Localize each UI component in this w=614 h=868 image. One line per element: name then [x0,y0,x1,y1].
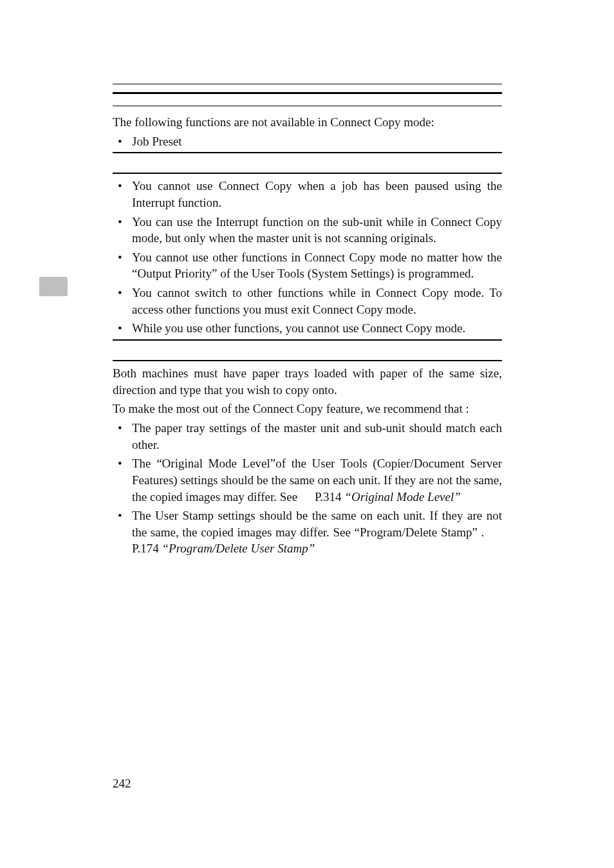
sidebar-tab [39,277,68,296]
page-ref-title: “Program/Delete User Stamp” [162,542,315,555]
section3-list: The paper tray settings of the master un… [113,420,502,557]
list-item: You can use the Interrupt function on th… [113,214,502,247]
list-item: You cannot switch to other functions whi… [113,285,502,317]
list-item: Job Preset [113,133,502,150]
section2-list: You cannot use Connect Copy when a job h… [113,178,502,337]
list-item: You cannot use Connect Copy when a job h… [113,178,502,211]
list-item: You cannot use other functions in Connec… [113,249,502,282]
rule-thin [113,106,502,106]
page-content: The following functions are not availabl… [113,84,502,560]
page-ref: P.174 [132,542,162,555]
page-number: 242 [113,777,131,791]
list-item: While you use other functions, you canno… [113,320,502,337]
list-item-text: The User Stamp settings should be the sa… [132,509,502,539]
section1-list: Job Preset [113,133,502,150]
section1-intro: The following functions are not availabl… [113,114,502,131]
rule-thin [113,84,502,84]
section3-para1: Both machines must have paper trays load… [113,365,502,398]
section3-para2: To make the most out of the Connect Copy… [113,401,502,417]
list-item: The paper tray settings of the master un… [113,420,502,453]
page-ref: P.314 [315,490,344,504]
page-ref-title: “Original Mode Level” [344,490,461,504]
list-item: The “Original Mode Level”of the User Too… [113,455,502,505]
list-item: The User Stamp settings should be the sa… [113,507,502,557]
